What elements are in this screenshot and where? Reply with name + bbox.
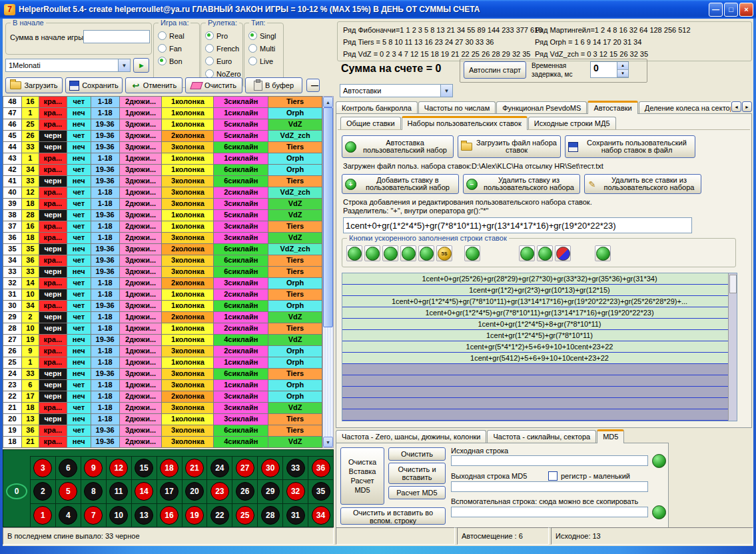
toolbar-button[interactable]: ↩Отменить bbox=[125, 77, 183, 93]
radio-icon[interactable] bbox=[205, 57, 214, 65]
board-number[interactable]: 3 bbox=[33, 459, 52, 477]
board-number[interactable]: 7 bbox=[84, 506, 103, 525]
bet-list-item[interactable]: 1cent+0+gr(1*2*4*5)+gr(7*8*10*11)+gr(13*… bbox=[342, 307, 737, 319]
radio-wheel-euro[interactable]: Euro bbox=[205, 55, 242, 67]
radio-icon[interactable] bbox=[248, 44, 257, 53]
quick-fill-chip-button[interactable] bbox=[537, 245, 553, 261]
main-tab-2[interactable]: Функционал PsevdoMS bbox=[496, 101, 587, 114]
board-zero[interactable]: 0 bbox=[6, 483, 27, 499]
bet-list-item[interactable]: 1cent+gr(5412)+5+6+9+10+10cent+23+22 bbox=[342, 353, 737, 364]
md5-output-input[interactable] bbox=[451, 481, 648, 492]
board-number[interactable]: 1 bbox=[33, 506, 52, 525]
bet-list-item[interactable]: 1cent+gr(5*4*1*2)+5+6+9+10+10cent+23+22 bbox=[342, 341, 737, 353]
userbets-action-button[interactable]: Загрузить файл набора ставок bbox=[458, 135, 561, 158]
sub-tab-2[interactable]: Исходные строки МД5 bbox=[528, 117, 616, 129]
radio-icon[interactable] bbox=[158, 57, 167, 65]
tab-scroll-right-icon[interactable]: ► bbox=[742, 101, 752, 112]
radio-game-bon[interactable]: Bon bbox=[158, 55, 199, 67]
board-number[interactable]: 17 bbox=[160, 482, 179, 501]
board-number[interactable]: 31 bbox=[286, 506, 305, 525]
radio-mode-singl[interactable]: Singl bbox=[248, 29, 283, 42]
radio-wheel-pro[interactable]: Pro bbox=[205, 29, 242, 42]
board-number[interactable]: 30 bbox=[261, 459, 280, 477]
board-number[interactable]: 5 bbox=[59, 482, 77, 501]
board-number[interactable]: 29 bbox=[261, 482, 280, 501]
toolbar-button[interactable]: Сохранить bbox=[65, 77, 123, 93]
quick-fill-chip-button[interactable] bbox=[555, 245, 571, 261]
board-number[interactable]: 12 bbox=[109, 459, 128, 477]
md5-clear-button[interactable]: Очистить bbox=[388, 447, 446, 461]
board-number[interactable]: 32 bbox=[286, 482, 305, 501]
board-number[interactable]: 18 bbox=[160, 459, 179, 477]
board-number[interactable]: 21 bbox=[185, 459, 204, 477]
md5-tab-1[interactable]: Частота - сиклайны, сектора bbox=[487, 430, 596, 443]
chevron-down-icon[interactable]: ▼ bbox=[440, 85, 452, 97]
main-tab-0[interactable]: Контроль банкролла bbox=[336, 101, 418, 114]
list-scrollbar[interactable] bbox=[728, 273, 737, 421]
board-number[interactable]: 23 bbox=[210, 482, 229, 501]
play-button[interactable]: ► bbox=[133, 58, 149, 73]
md5-clear-insert-helper-button[interactable]: Очистить и вставить во вспом. строку bbox=[340, 507, 446, 525]
board-number[interactable]: 19 bbox=[185, 506, 204, 525]
board-number[interactable]: 13 bbox=[135, 506, 153, 525]
board-number[interactable]: 9 bbox=[84, 459, 103, 477]
md5-clear-insert-calc-button[interactable]: Очистка Вставка Расчет MD5 bbox=[340, 447, 384, 505]
collapse-button[interactable]: — bbox=[306, 79, 320, 92]
toolbar-button[interactable]: Очистить bbox=[185, 77, 242, 93]
radio-game-fan[interactable]: Fan bbox=[158, 42, 199, 55]
md5-tab-0[interactable]: Частота - Zero, шансы, дюжины, колонки bbox=[336, 430, 486, 443]
board-number[interactable]: 11 bbox=[109, 482, 128, 501]
autobets-combo[interactable]: Автоставки ▼ bbox=[340, 84, 453, 97]
quick-fill-chip-button[interactable] bbox=[382, 245, 398, 261]
radio-icon[interactable] bbox=[248, 57, 257, 65]
quick-fill-chip-button[interactable] bbox=[346, 245, 362, 261]
scroll-down-icon[interactable]: ▼ bbox=[323, 437, 333, 447]
bet-list-item[interactable]: 1cent+gr(1*2*4*5)+gr(7*8*10*11) bbox=[342, 330, 737, 341]
lowercase-checkbox[interactable] bbox=[548, 471, 558, 481]
start-sum-input[interactable] bbox=[83, 30, 150, 43]
main-tab-3[interactable]: Автоставки bbox=[587, 101, 637, 114]
toolbar-button[interactable]: В буфер bbox=[245, 77, 302, 93]
md5-tab-2[interactable]: MD5 bbox=[597, 429, 624, 443]
minimize-button[interactable]: — bbox=[709, 3, 723, 17]
quick-fill-chip-button[interactable] bbox=[595, 245, 611, 261]
scroll-up-icon[interactable]: ▲ bbox=[323, 97, 333, 107]
userbets-action-button[interactable]: Сохранить пользовательский набор ставок … bbox=[565, 135, 695, 158]
autospin-start-button[interactable]: Автоспин старт bbox=[464, 61, 526, 79]
helper-string-input[interactable] bbox=[451, 507, 648, 517]
sub-tab-1[interactable]: Наборы пользовательских ставок bbox=[402, 116, 528, 130]
spinner-up-icon[interactable]: ▲ bbox=[617, 62, 628, 70]
board-number[interactable]: 6 bbox=[59, 459, 77, 477]
quick-fill-chip-button[interactable] bbox=[418, 245, 434, 261]
board-number[interactable]: 33 bbox=[286, 459, 305, 477]
tab-scroll-left-icon[interactable]: ◄ bbox=[731, 101, 741, 112]
board-number[interactable]: 2 bbox=[33, 482, 52, 501]
strategy-combo[interactable]: 1Melonati ▼ bbox=[5, 59, 131, 72]
quick-fill-chip-button[interactable]: 5$ bbox=[436, 245, 452, 261]
maximize-button[interactable]: □ bbox=[724, 3, 738, 17]
radio-icon[interactable] bbox=[248, 31, 257, 40]
board-number[interactable]: 36 bbox=[312, 459, 330, 477]
userbets-action-button[interactable]: +Добавить ставку в пользовательский набо… bbox=[342, 174, 459, 194]
board-number[interactable]: 16 bbox=[160, 506, 179, 525]
delay-spinner[interactable]: 0 ▲ ▼ bbox=[590, 61, 629, 78]
board-number[interactable]: 14 bbox=[135, 482, 153, 501]
radio-wheel-french[interactable]: French bbox=[205, 42, 242, 55]
board-number[interactable]: 34 bbox=[312, 506, 330, 525]
board-number[interactable]: 20 bbox=[185, 482, 204, 501]
board-number[interactable]: 8 bbox=[84, 482, 103, 501]
board-number[interactable]: 25 bbox=[236, 506, 254, 525]
radio-icon[interactable] bbox=[205, 31, 214, 40]
quick-fill-chip-button[interactable] bbox=[364, 245, 380, 261]
toolbar-button[interactable]: Загрузить bbox=[5, 77, 63, 93]
radio-icon[interactable] bbox=[158, 44, 167, 53]
board-number[interactable]: 28 bbox=[261, 506, 280, 525]
quick-fill-chip-button[interactable] bbox=[519, 245, 535, 261]
helper-copy-button[interactable] bbox=[652, 505, 667, 519]
bet-list-item[interactable]: 1cent+gr(1*2)+gr(2*3)+gr(10*13)+gr(12*15… bbox=[342, 285, 737, 296]
scrollbar-thumb[interactable] bbox=[323, 107, 333, 327]
userbets-action-button[interactable]: ✎Удалить все ставки из пользовательского… bbox=[584, 174, 701, 194]
bet-list-item[interactable]: 1cent+0+gr(1*2*4*5)+8+gr(7*8*10*11) bbox=[342, 319, 737, 330]
radio-game-real[interactable]: Real bbox=[158, 29, 199, 42]
board-number[interactable]: 35 bbox=[312, 482, 330, 501]
